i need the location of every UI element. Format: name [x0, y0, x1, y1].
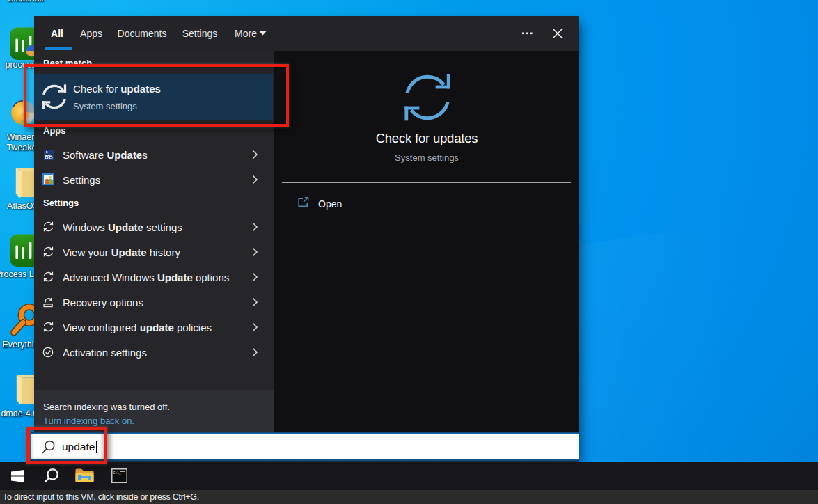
svg-text:C:\_: C:\_ — [113, 471, 121, 475]
